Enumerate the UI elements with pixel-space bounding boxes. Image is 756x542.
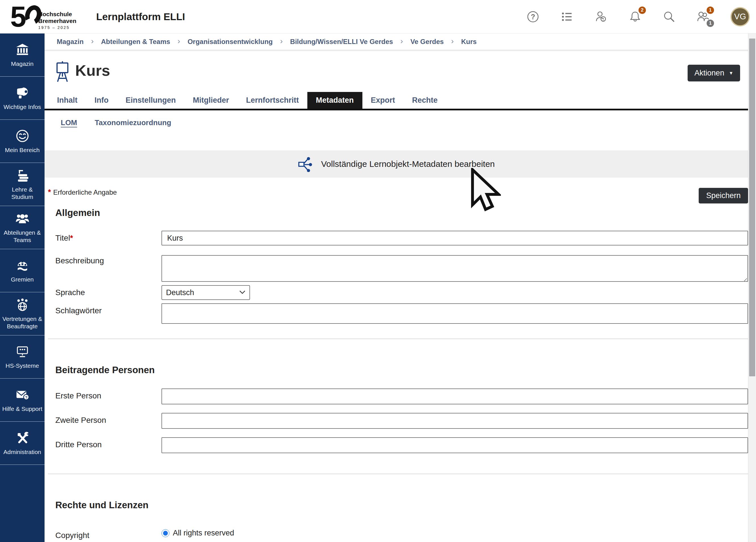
- caret-down-icon: ▼: [729, 71, 733, 76]
- committee-icon: [15, 258, 30, 272]
- tools-icon: [15, 431, 30, 445]
- tab-einstellungen[interactable]: Einstellungen: [117, 92, 184, 109]
- erste-person-input[interactable]: [161, 388, 748, 404]
- sidebar-item-hs-systeme[interactable]: HS-Systeme: [0, 335, 45, 379]
- logo-years: 1975 – 2025: [38, 25, 76, 30]
- contacts-icon[interactable]: 1 1: [696, 10, 710, 24]
- required-asterisk: *: [48, 188, 51, 197]
- schlagwoerter-label: Schlagwörter: [48, 303, 161, 315]
- tab-mitglieder[interactable]: Mitglieder: [184, 92, 238, 109]
- smiley-icon: [15, 129, 30, 143]
- copyright-option-label: All rights reserved: [173, 529, 234, 537]
- sidebar-item-gremien[interactable]: Gremien: [0, 249, 45, 292]
- logo-digit-5: 5: [10, 5, 25, 29]
- vertical-scrollbar[interactable]: [748, 33, 756, 542]
- user-status-icon[interactable]: [594, 10, 608, 24]
- monitor-icon: [15, 344, 30, 359]
- metadata-form: * Erforderliche Angabe Speichern Allgeme…: [45, 188, 748, 540]
- zweite-person-input[interactable]: [161, 413, 748, 429]
- section-heading-beitragende: Beitragende Personen: [55, 365, 748, 375]
- section-heading-rechte: Rechte und Lizenzen: [55, 500, 748, 511]
- megaphone-icon: [15, 86, 30, 100]
- breadcrumb-kurs[interactable]: Kurs: [461, 38, 477, 46]
- titel-input[interactable]: [161, 231, 748, 245]
- mail-question-icon: ?: [15, 388, 30, 402]
- people-group-icon: [15, 211, 30, 226]
- erste-person-label: Erste Person: [48, 388, 161, 400]
- subtab-taxonomiezuordnung[interactable]: Taxonomiezuordnung: [95, 118, 171, 127]
- app-title: Lernplattform ELLI: [96, 11, 185, 22]
- main-content: Magazin› Abteilungen & Teams› Organisati…: [45, 33, 748, 540]
- copyright-label: Copyright: [48, 528, 161, 540]
- tab-metadaten[interactable]: Metadaten: [307, 92, 362, 109]
- save-button[interactable]: Speichern: [699, 188, 748, 203]
- contacts-badge: 1: [706, 6, 715, 14]
- dritte-person-input[interactable]: [161, 437, 748, 453]
- search-icon[interactable]: [662, 10, 676, 24]
- sprache-select[interactable]: Deutsch: [161, 285, 250, 300]
- copyright-radio-all-rights-reserved[interactable]: [161, 529, 169, 537]
- beschreibung-label: Beschreibung: [48, 255, 161, 265]
- main-sidebar: Magazin Wichtige Infos Mein Bereich Lehr…: [0, 33, 45, 542]
- banner-label: Vollständige Lernobjekt-Metadaten bearbe…: [321, 159, 495, 169]
- contacts-online-badge: 1: [706, 19, 715, 28]
- tab-export[interactable]: Export: [362, 92, 404, 109]
- university-logo: 5 Hochschule Bremerhaven 1975 – 2025: [10, 3, 76, 30]
- sidebar-item-lehre-studium[interactable]: Lehre & Studium: [0, 163, 45, 206]
- notifications-badge: 2: [638, 6, 646, 14]
- books-icon: [15, 168, 30, 182]
- tab-inhalt[interactable]: Inhalt: [49, 92, 86, 109]
- tab-info[interactable]: Info: [86, 92, 117, 109]
- section-heading-allgemein: Allgemein: [55, 207, 748, 218]
- sidebar-item-wichtige-infos[interactable]: Wichtige Infos: [0, 77, 45, 120]
- user-avatar[interactable]: VG: [730, 7, 750, 26]
- sidebar-item-vertretungen-beauftragte[interactable]: Vertretungen & Beauftragte: [0, 292, 45, 335]
- breadcrumb-organisationsentwicklung[interactable]: Organisationsentwicklung: [188, 38, 273, 46]
- zweite-person-label: Zweite Person: [48, 413, 161, 425]
- svg-text:?: ?: [25, 395, 27, 399]
- logo-text-line1: Hochschule: [38, 11, 76, 18]
- sidebar-item-administration[interactable]: Administration: [0, 422, 45, 465]
- section-divider: [48, 474, 748, 474]
- notifications-bell-icon[interactable]: 2: [628, 10, 642, 24]
- svg-text:?: ?: [531, 12, 535, 20]
- subtab-lom[interactable]: LOM: [61, 118, 77, 127]
- sidebar-item-magazin[interactable]: Magazin: [0, 33, 45, 77]
- sprache-label: Sprache: [48, 285, 161, 297]
- logo-text-line2: Bremerhaven: [38, 18, 76, 24]
- breadcrumb-ve-gerdes[interactable]: Ve Gerdes: [410, 38, 444, 46]
- dritte-person-label: Dritte Person: [48, 437, 161, 449]
- page-title: Kurs: [75, 60, 110, 81]
- breadcrumb-magazin[interactable]: Magazin: [57, 38, 84, 46]
- schlagwoerter-input[interactable]: [161, 303, 748, 324]
- beschreibung-textarea[interactable]: [161, 255, 748, 282]
- sidebar-filler: [0, 465, 45, 542]
- breadcrumb-abteilungen-teams[interactable]: Abteilungen & Teams: [101, 38, 170, 46]
- help-icon[interactable]: ?: [526, 10, 540, 24]
- logo-50-icon: 5: [10, 5, 41, 29]
- breadcrumb-bildung-wissen[interactable]: Bildung/Wissen/ELLI Ve Gerdes: [290, 38, 393, 46]
- sidebar-item-abteilungen-teams[interactable]: Abteilungen & Teams: [0, 206, 45, 249]
- edit-full-metadata-banner[interactable]: Vollständige Lernobjekt-Metadaten bearbe…: [45, 150, 748, 178]
- breadcrumb: Magazin› Abteilungen & Teams› Organisati…: [45, 33, 748, 51]
- bank-icon: [15, 43, 30, 57]
- titel-label: Titel*: [48, 231, 161, 243]
- top-header: 5 Hochschule Bremerhaven 1975 – 2025 Ler…: [0, 0, 756, 33]
- required-note: Erforderliche Angabe: [53, 188, 117, 196]
- section-divider: [48, 339, 748, 339]
- course-icon: [56, 61, 69, 82]
- titel-required-asterisk: *: [70, 234, 73, 242]
- tab-bar: Inhalt Info Einstellungen Mitglieder Ler…: [45, 92, 748, 110]
- sidebar-item-mein-bereich[interactable]: Mein Bereich: [0, 120, 45, 163]
- metadata-tree-icon: [298, 156, 314, 172]
- sidebar-item-hilfe-support[interactable]: ? Hilfe & Support: [0, 379, 45, 422]
- scrollbar-thumb[interactable]: [749, 39, 755, 376]
- actions-button[interactable]: Aktionen ▼: [688, 65, 740, 81]
- tab-rechte[interactable]: Rechte: [404, 92, 446, 109]
- globe-people-icon: [15, 298, 30, 312]
- tab-lernfortschritt[interactable]: Lernfortschritt: [238, 92, 307, 109]
- list-icon[interactable]: [560, 10, 574, 24]
- subtab-bar: LOM Taxonomiezuordnung: [45, 110, 748, 134]
